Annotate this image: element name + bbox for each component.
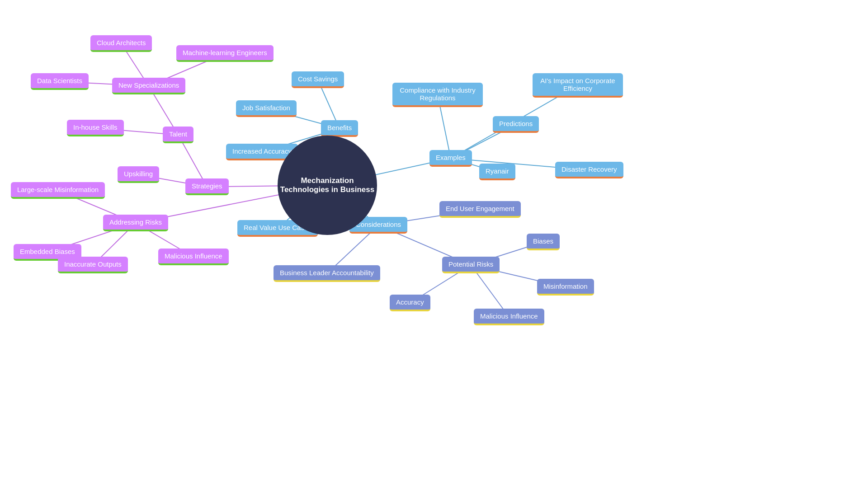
predictions[interactable]: Predictions xyxy=(493,116,539,133)
malicious-influence-left[interactable]: Malicious Influence xyxy=(158,249,229,265)
strategies[interactable]: Strategies xyxy=(185,178,229,195)
machine-learning-engineers[interactable]: Machine-learning Engineers xyxy=(176,45,274,62)
examples[interactable]: Examples xyxy=(429,150,472,167)
malicious-influence-right[interactable]: Malicious Influence xyxy=(474,309,544,325)
cloud-architects[interactable]: Cloud Architects xyxy=(90,35,152,52)
misinformation[interactable]: Misinformation xyxy=(537,279,594,296)
job-satisfaction[interactable]: Job Satisfaction xyxy=(236,100,297,117)
inaccurate-outputs[interactable]: Inaccurate Outputs xyxy=(58,257,128,273)
data-scientists[interactable]: Data Scientists xyxy=(31,73,89,90)
ais-impact[interactable]: AI's Impact on Corporate Efficiency xyxy=(533,73,623,98)
accuracy[interactable]: Accuracy xyxy=(390,295,430,311)
large-scale-misinformation[interactable]: Large-scale Misinformation xyxy=(11,182,105,199)
potential-risks[interactable]: Potential Risks xyxy=(442,257,500,273)
cost-savings[interactable]: Cost Savings xyxy=(292,71,344,88)
center-node: Mechanization Technologies in Business xyxy=(278,136,377,235)
end-user-engagement[interactable]: End User Engagement xyxy=(439,201,521,218)
in-house-skills[interactable]: In-house Skills xyxy=(67,120,124,136)
ryanair[interactable]: Ryanair xyxy=(479,164,515,180)
new-specializations[interactable]: New Specializations xyxy=(112,78,185,94)
biases[interactable]: Biases xyxy=(527,234,560,250)
disaster-recovery[interactable]: Disaster Recovery xyxy=(555,162,623,178)
upskilling[interactable]: Upskilling xyxy=(118,166,159,183)
benefits[interactable]: Benefits xyxy=(321,120,358,137)
talent[interactable]: Talent xyxy=(163,127,193,143)
business-leader[interactable]: Business Leader Accountability xyxy=(274,265,380,282)
compliance[interactable]: Compliance with Industry Regulations xyxy=(392,83,483,107)
addressing-risks[interactable]: Addressing Risks xyxy=(103,215,168,231)
